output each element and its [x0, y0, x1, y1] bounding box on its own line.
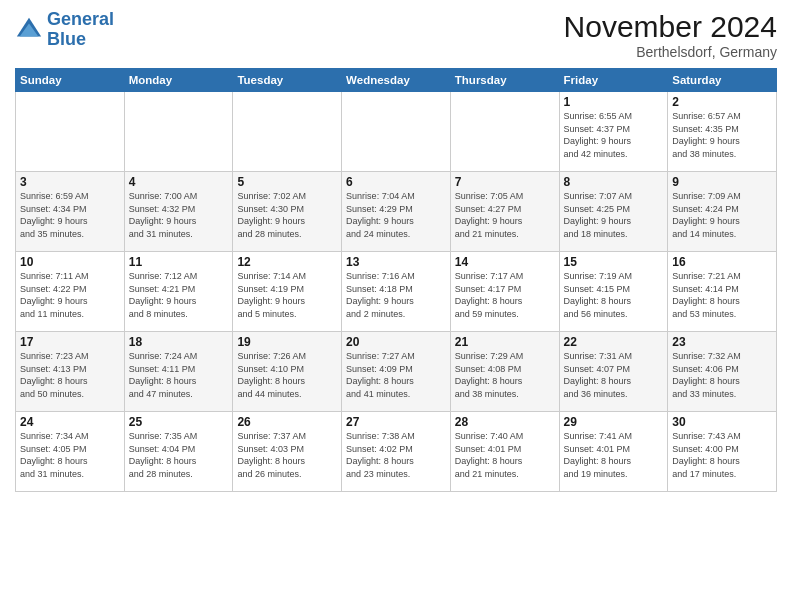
calendar-cell: 14Sunrise: 7:17 AM Sunset: 4:17 PM Dayli… [450, 252, 559, 332]
calendar-cell: 24Sunrise: 7:34 AM Sunset: 4:05 PM Dayli… [16, 412, 125, 492]
day-info: Sunrise: 7:40 AM Sunset: 4:01 PM Dayligh… [455, 430, 555, 480]
day-info: Sunrise: 7:09 AM Sunset: 4:24 PM Dayligh… [672, 190, 772, 240]
day-number: 4 [129, 175, 229, 189]
day-number: 20 [346, 335, 446, 349]
day-info: Sunrise: 7:35 AM Sunset: 4:04 PM Dayligh… [129, 430, 229, 480]
day-info: Sunrise: 7:05 AM Sunset: 4:27 PM Dayligh… [455, 190, 555, 240]
day-number: 12 [237, 255, 337, 269]
day-number: 1 [564, 95, 664, 109]
day-info: Sunrise: 7:27 AM Sunset: 4:09 PM Dayligh… [346, 350, 446, 400]
calendar-cell: 20Sunrise: 7:27 AM Sunset: 4:09 PM Dayli… [342, 332, 451, 412]
calendar-cell [450, 92, 559, 172]
day-info: Sunrise: 7:17 AM Sunset: 4:17 PM Dayligh… [455, 270, 555, 320]
day-info: Sunrise: 6:59 AM Sunset: 4:34 PM Dayligh… [20, 190, 120, 240]
day-number: 27 [346, 415, 446, 429]
calendar-week-4: 17Sunrise: 7:23 AM Sunset: 4:13 PM Dayli… [16, 332, 777, 412]
calendar-cell [16, 92, 125, 172]
calendar-cell: 9Sunrise: 7:09 AM Sunset: 4:24 PM Daylig… [668, 172, 777, 252]
weekday-header-tuesday: Tuesday [233, 69, 342, 92]
calendar-cell: 12Sunrise: 7:14 AM Sunset: 4:19 PM Dayli… [233, 252, 342, 332]
day-number: 18 [129, 335, 229, 349]
day-number: 25 [129, 415, 229, 429]
day-info: Sunrise: 7:11 AM Sunset: 4:22 PM Dayligh… [20, 270, 120, 320]
day-info: Sunrise: 7:31 AM Sunset: 4:07 PM Dayligh… [564, 350, 664, 400]
day-number: 28 [455, 415, 555, 429]
calendar-cell: 18Sunrise: 7:24 AM Sunset: 4:11 PM Dayli… [124, 332, 233, 412]
calendar-cell: 17Sunrise: 7:23 AM Sunset: 4:13 PM Dayli… [16, 332, 125, 412]
day-number: 10 [20, 255, 120, 269]
day-number: 11 [129, 255, 229, 269]
calendar-cell: 22Sunrise: 7:31 AM Sunset: 4:07 PM Dayli… [559, 332, 668, 412]
logo-icon [15, 16, 43, 44]
day-number: 23 [672, 335, 772, 349]
page-header: General Blue November 2024 Berthelsdorf,… [15, 10, 777, 60]
day-number: 24 [20, 415, 120, 429]
calendar-cell: 28Sunrise: 7:40 AM Sunset: 4:01 PM Dayli… [450, 412, 559, 492]
day-info: Sunrise: 7:37 AM Sunset: 4:03 PM Dayligh… [237, 430, 337, 480]
calendar-week-1: 1Sunrise: 6:55 AM Sunset: 4:37 PM Daylig… [16, 92, 777, 172]
day-info: Sunrise: 7:24 AM Sunset: 4:11 PM Dayligh… [129, 350, 229, 400]
weekday-header-saturday: Saturday [668, 69, 777, 92]
day-number: 15 [564, 255, 664, 269]
day-number: 26 [237, 415, 337, 429]
day-info: Sunrise: 7:23 AM Sunset: 4:13 PM Dayligh… [20, 350, 120, 400]
calendar-cell: 16Sunrise: 7:21 AM Sunset: 4:14 PM Dayli… [668, 252, 777, 332]
day-info: Sunrise: 7:34 AM Sunset: 4:05 PM Dayligh… [20, 430, 120, 480]
calendar-cell: 6Sunrise: 7:04 AM Sunset: 4:29 PM Daylig… [342, 172, 451, 252]
calendar-week-3: 10Sunrise: 7:11 AM Sunset: 4:22 PM Dayli… [16, 252, 777, 332]
calendar-table: SundayMondayTuesdayWednesdayThursdayFrid… [15, 68, 777, 492]
logo: General Blue [15, 10, 114, 50]
day-info: Sunrise: 7:07 AM Sunset: 4:25 PM Dayligh… [564, 190, 664, 240]
day-number: 13 [346, 255, 446, 269]
day-info: Sunrise: 7:38 AM Sunset: 4:02 PM Dayligh… [346, 430, 446, 480]
day-info: Sunrise: 7:32 AM Sunset: 4:06 PM Dayligh… [672, 350, 772, 400]
day-number: 9 [672, 175, 772, 189]
day-number: 17 [20, 335, 120, 349]
day-number: 14 [455, 255, 555, 269]
day-info: Sunrise: 7:14 AM Sunset: 4:19 PM Dayligh… [237, 270, 337, 320]
day-info: Sunrise: 7:02 AM Sunset: 4:30 PM Dayligh… [237, 190, 337, 240]
calendar-cell: 4Sunrise: 7:00 AM Sunset: 4:32 PM Daylig… [124, 172, 233, 252]
calendar-cell: 2Sunrise: 6:57 AM Sunset: 4:35 PM Daylig… [668, 92, 777, 172]
calendar-cell: 27Sunrise: 7:38 AM Sunset: 4:02 PM Dayli… [342, 412, 451, 492]
calendar-cell [233, 92, 342, 172]
calendar-cell: 10Sunrise: 7:11 AM Sunset: 4:22 PM Dayli… [16, 252, 125, 332]
calendar-cell: 29Sunrise: 7:41 AM Sunset: 4:01 PM Dayli… [559, 412, 668, 492]
calendar-cell [124, 92, 233, 172]
calendar-cell: 5Sunrise: 7:02 AM Sunset: 4:30 PM Daylig… [233, 172, 342, 252]
weekday-header-monday: Monday [124, 69, 233, 92]
weekday-header-row: SundayMondayTuesdayWednesdayThursdayFrid… [16, 69, 777, 92]
day-info: Sunrise: 7:26 AM Sunset: 4:10 PM Dayligh… [237, 350, 337, 400]
day-info: Sunrise: 7:12 AM Sunset: 4:21 PM Dayligh… [129, 270, 229, 320]
day-number: 3 [20, 175, 120, 189]
calendar-cell: 1Sunrise: 6:55 AM Sunset: 4:37 PM Daylig… [559, 92, 668, 172]
day-info: Sunrise: 7:16 AM Sunset: 4:18 PM Dayligh… [346, 270, 446, 320]
page-container: General Blue November 2024 Berthelsdorf,… [0, 0, 792, 497]
day-info: Sunrise: 7:29 AM Sunset: 4:08 PM Dayligh… [455, 350, 555, 400]
calendar-cell: 19Sunrise: 7:26 AM Sunset: 4:10 PM Dayli… [233, 332, 342, 412]
day-info: Sunrise: 6:55 AM Sunset: 4:37 PM Dayligh… [564, 110, 664, 160]
logo-text: General Blue [47, 10, 114, 50]
calendar-week-5: 24Sunrise: 7:34 AM Sunset: 4:05 PM Dayli… [16, 412, 777, 492]
calendar-cell: 21Sunrise: 7:29 AM Sunset: 4:08 PM Dayli… [450, 332, 559, 412]
title-block: November 2024 Berthelsdorf, Germany [564, 10, 777, 60]
day-number: 22 [564, 335, 664, 349]
day-number: 16 [672, 255, 772, 269]
calendar-cell: 25Sunrise: 7:35 AM Sunset: 4:04 PM Dayli… [124, 412, 233, 492]
day-info: Sunrise: 7:04 AM Sunset: 4:29 PM Dayligh… [346, 190, 446, 240]
day-number: 7 [455, 175, 555, 189]
day-info: Sunrise: 7:41 AM Sunset: 4:01 PM Dayligh… [564, 430, 664, 480]
day-info: Sunrise: 7:21 AM Sunset: 4:14 PM Dayligh… [672, 270, 772, 320]
weekday-header-friday: Friday [559, 69, 668, 92]
calendar-cell: 7Sunrise: 7:05 AM Sunset: 4:27 PM Daylig… [450, 172, 559, 252]
day-info: Sunrise: 7:00 AM Sunset: 4:32 PM Dayligh… [129, 190, 229, 240]
weekday-header-wednesday: Wednesday [342, 69, 451, 92]
calendar-cell: 15Sunrise: 7:19 AM Sunset: 4:15 PM Dayli… [559, 252, 668, 332]
day-info: Sunrise: 6:57 AM Sunset: 4:35 PM Dayligh… [672, 110, 772, 160]
weekday-header-thursday: Thursday [450, 69, 559, 92]
calendar-week-2: 3Sunrise: 6:59 AM Sunset: 4:34 PM Daylig… [16, 172, 777, 252]
day-number: 21 [455, 335, 555, 349]
weekday-header-sunday: Sunday [16, 69, 125, 92]
day-info: Sunrise: 7:43 AM Sunset: 4:00 PM Dayligh… [672, 430, 772, 480]
calendar-cell: 26Sunrise: 7:37 AM Sunset: 4:03 PM Dayli… [233, 412, 342, 492]
